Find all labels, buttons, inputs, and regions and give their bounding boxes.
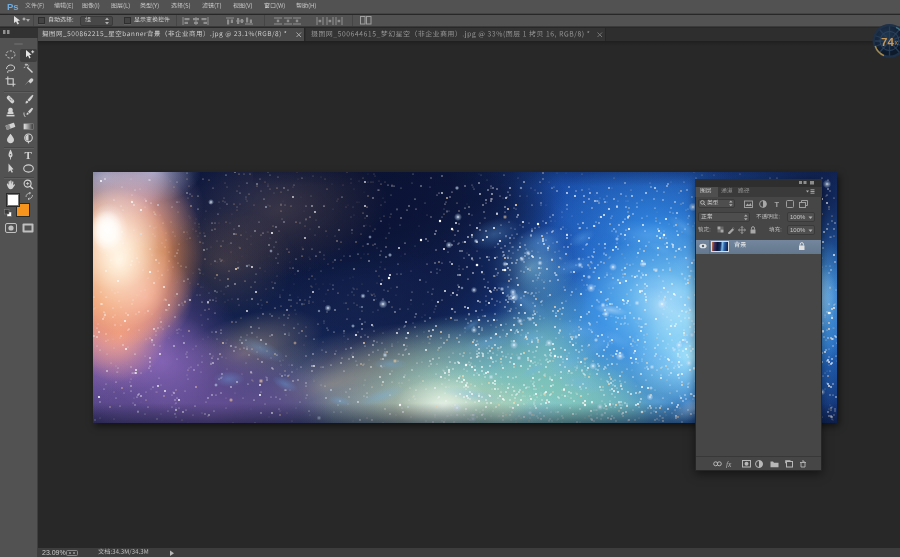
- svg-text:74: 74: [881, 36, 894, 48]
- svg-text:fx: fx: [726, 460, 732, 468]
- svg-text:T: T: [775, 200, 780, 208]
- svg-text:T: T: [24, 149, 32, 160]
- svg-text:x: x: [895, 39, 899, 46]
